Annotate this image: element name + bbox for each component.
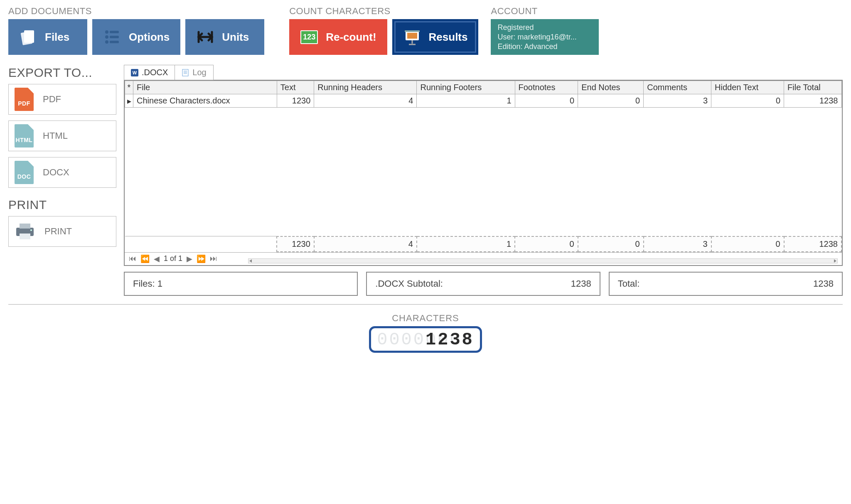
recount-button[interactable]: 123 Re-count! [289, 19, 387, 55]
total-rh: 4 [314, 236, 417, 252]
summary-subtotal-label: .DOCX Subtotal: [375, 278, 443, 289]
group-label-account: ACCOUNT [491, 6, 599, 17]
col-en[interactable]: End Notes [578, 81, 644, 94]
group-label-add: ADD DOCUMENTS [8, 6, 264, 17]
table-row[interactable]: ▸ Chinese Characters.docx 1230 4 1 0 0 3… [125, 94, 842, 108]
col-text[interactable]: Text [277, 81, 314, 94]
export-heading: EXPORT TO... [8, 66, 116, 80]
summary-total-label: Total: [618, 278, 640, 289]
results-grid: * File Text Running Headers Running Foot… [124, 80, 843, 266]
characters-heading: CHARACTERS [8, 313, 843, 324]
col-ht[interactable]: Hidden Text [711, 81, 784, 94]
export-docx-button[interactable]: DOC DOCX [8, 157, 116, 188]
cell-rh: 4 [314, 94, 417, 108]
svg-rect-3 [110, 31, 119, 33]
summary-files: Files: 1 [124, 272, 358, 296]
col-rh[interactable]: Running Headers [314, 81, 417, 94]
results-button[interactable]: Results [392, 19, 479, 55]
docx-file-icon: DOC [15, 161, 34, 184]
total-fn: 0 [515, 236, 578, 252]
pdf-file-icon: PDF [15, 88, 34, 111]
col-marker[interactable]: * [125, 81, 133, 94]
svg-rect-5 [110, 36, 119, 38]
group-label-count: COUNT CHARACTERS [289, 6, 478, 17]
cell-ht: 0 [711, 94, 784, 108]
svg-text:W: W [133, 70, 137, 75]
presentation-icon [403, 28, 421, 46]
svg-rect-12 [407, 33, 417, 39]
svg-rect-17 [20, 224, 30, 229]
results-label: Results [429, 31, 468, 44]
files-label: Files [45, 31, 69, 44]
export-html-label: HTML [43, 130, 68, 141]
print-heading: PRINT [8, 198, 116, 212]
counter-value: 1238 [426, 330, 474, 350]
options-button[interactable]: Options [92, 19, 180, 55]
svg-rect-22 [182, 69, 188, 76]
html-file-icon: HTML [15, 124, 34, 148]
character-counter: 00000000 1238 [369, 326, 482, 353]
cell-cm: 3 [644, 94, 711, 108]
totals-row: 1230 4 1 0 0 3 0 1238 [125, 236, 842, 252]
account-panel[interactable]: Registered User: marketing16@tr... Editi… [491, 19, 599, 55]
summary-total: Total: 1238 [609, 272, 843, 296]
total-ht: 0 [711, 236, 784, 252]
recount-icon: 123 [300, 28, 318, 46]
col-rf[interactable]: Running Footers [417, 81, 515, 94]
col-ft[interactable]: File Total [784, 81, 841, 94]
svg-rect-7 [110, 41, 119, 43]
svg-point-6 [105, 40, 108, 44]
export-pdf-label: PDF [43, 94, 61, 105]
tab-docx-label: .DOCX [142, 68, 168, 77]
cell-rf: 1 [417, 94, 515, 108]
summary-files-label: Files: 1 [133, 278, 162, 289]
export-html-button[interactable]: HTML HTML [8, 120, 116, 151]
total-text: 1230 [277, 236, 314, 252]
export-pdf-button[interactable]: PDF PDF [8, 84, 116, 115]
total-ft: 1238 [784, 236, 841, 252]
print-label: PRINT [44, 226, 72, 237]
svg-point-4 [105, 35, 108, 39]
row-marker: ▸ [125, 94, 133, 108]
tab-log[interactable]: Log [175, 65, 213, 80]
summary-subtotal-value: 1238 [571, 278, 591, 289]
horizontal-scrollbar[interactable] [248, 258, 838, 263]
log-icon [182, 69, 189, 76]
svg-rect-18 [20, 234, 30, 239]
units-label: Units [222, 31, 249, 44]
page-indicator: 1 of 1 [164, 254, 182, 263]
page-last-icon[interactable]: ⏭ [210, 254, 217, 263]
word-icon: W [131, 69, 138, 76]
cell-ft: 1238 [784, 94, 841, 108]
svg-point-2 [105, 30, 108, 34]
divider [8, 304, 843, 305]
files-button[interactable]: Files [8, 19, 87, 55]
svg-rect-13 [405, 30, 420, 32]
svg-point-19 [30, 229, 32, 231]
col-cm[interactable]: Comments [644, 81, 711, 94]
total-cm: 3 [644, 236, 711, 252]
account-edition: Edition: Advanced [497, 42, 557, 51]
col-file[interactable]: File [133, 81, 277, 94]
cell-text: 1230 [277, 94, 314, 108]
cell-file: Chinese Characters.docx [133, 94, 277, 108]
units-button[interactable]: Units [185, 19, 264, 55]
account-status: Registered [497, 23, 534, 32]
printer-icon [15, 222, 35, 241]
page-next-icon[interactable]: ▶ [187, 254, 192, 263]
col-fn[interactable]: Footnotes [515, 81, 578, 94]
page-prevset-icon[interactable]: ⏪ [140, 254, 150, 263]
recount-label: Re-count! [326, 31, 376, 44]
files-icon [19, 28, 37, 46]
cell-en: 0 [578, 94, 644, 108]
svg-rect-1 [24, 30, 34, 43]
tab-docx[interactable]: W .DOCX [124, 65, 175, 80]
total-rf: 1 [417, 236, 515, 252]
list-icon [103, 28, 121, 46]
page-first-icon[interactable]: ⏮ [129, 254, 136, 263]
summary-subtotal: .DOCX Subtotal: 1238 [366, 272, 600, 296]
print-button[interactable]: PRINT [8, 216, 116, 247]
page-prev-icon[interactable]: ◀ [154, 254, 160, 263]
total-en: 0 [578, 236, 644, 252]
page-nextset-icon[interactable]: ⏩ [197, 254, 206, 263]
